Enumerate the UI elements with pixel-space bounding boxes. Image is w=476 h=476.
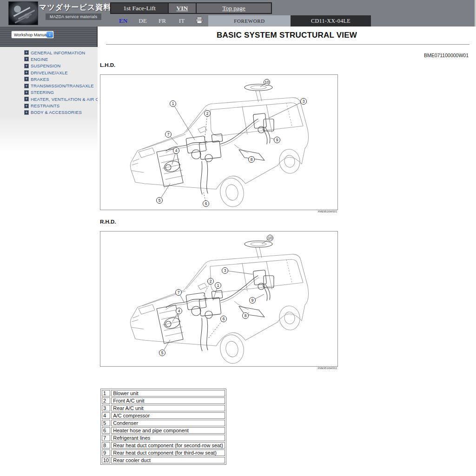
lhd-label: L.H.D. xyxy=(100,62,115,68)
svg-text:7: 7 xyxy=(178,290,180,295)
legend-row: 9Rear heat duct component (for third-row… xyxy=(102,450,225,456)
callout-2: 2 xyxy=(205,111,211,117)
sidebar-item[interactable]: +DRIVELINE/AXLE xyxy=(24,69,98,76)
svg-text:5: 5 xyxy=(161,350,164,355)
page-title: BASIC SYSTEM STRUCTURAL VIEW xyxy=(98,31,476,40)
sidebar-item[interactable]: +RESTRAINTS xyxy=(24,102,98,109)
nav-top-page-link[interactable]: Top page xyxy=(196,3,271,13)
sidebar-item[interactable]: +TRANSMISSION/TRANSAXLE xyxy=(24,82,98,89)
legend-desc: Rear heat duct component (for second-row… xyxy=(111,442,225,449)
legend-num: 1 xyxy=(102,390,110,397)
svg-text:8: 8 xyxy=(245,313,247,318)
printer-icon[interactable] xyxy=(195,17,204,24)
expand-plus-icon[interactable]: + xyxy=(24,110,29,115)
callout-4: 4 xyxy=(173,148,179,154)
sidebar-item[interactable]: +GENERAL INFORMATION xyxy=(24,49,98,56)
sidebar-item[interactable]: +ENGINE xyxy=(24,56,98,62)
svg-text:9: 9 xyxy=(251,298,254,303)
legend-desc: Condenser xyxy=(111,420,225,426)
rhd-caption: XME9516W002 xyxy=(100,367,337,370)
legend-desc: Rear A/C unit xyxy=(111,405,225,411)
rhd-label: R.H.D. xyxy=(100,219,116,225)
callout-7: 7 xyxy=(176,290,182,296)
svg-text:2: 2 xyxy=(210,279,212,284)
callout-7: 7 xyxy=(165,132,172,138)
legend-row: 5Condenser xyxy=(102,420,225,426)
expand-plus-icon[interactable]: + xyxy=(24,50,29,55)
svg-text:6: 6 xyxy=(205,201,207,206)
language-fr[interactable]: FR xyxy=(156,17,169,25)
sidebar-item-label: STEERING xyxy=(31,90,54,95)
sidebar-item[interactable]: +SUSPENSION xyxy=(24,63,98,69)
top-navbar: 1st Face-Lift VIN Top page xyxy=(110,2,272,14)
svg-text:3: 3 xyxy=(303,99,305,104)
brand-title-jp: マツダサービス資料 xyxy=(39,3,111,13)
language-en[interactable]: EN xyxy=(117,17,130,25)
sidebar-item[interactable]: +BODY & ACCESSORIES xyxy=(24,109,98,116)
legend-desc: Rear heat duct component (for third-row … xyxy=(111,450,225,456)
expand-plus-icon[interactable]: + xyxy=(24,77,29,81)
sidebar-item-label: BRAKES xyxy=(31,77,49,82)
legend-num: 8 xyxy=(102,442,110,449)
legend-num: 9 xyxy=(102,450,110,456)
logo-image xyxy=(8,1,38,25)
expand-plus-icon[interactable]: + xyxy=(24,64,29,68)
legend-row: 10Rear cooler duct xyxy=(102,457,225,463)
svg-text:7: 7 xyxy=(167,132,170,137)
language-list: ENDEFRIT xyxy=(117,15,195,26)
sidebar-item[interactable]: +STEERING xyxy=(24,89,98,96)
legend-desc: Heater hose and pipe component xyxy=(111,427,225,434)
main-content: BASIC SYSTEM STRUCTURAL VIEW BME07110000… xyxy=(98,26,476,476)
legend-num: 7 xyxy=(102,435,110,441)
sidebar-item[interactable]: +HEATER, VENTILATION & AIR CON xyxy=(24,96,98,102)
nav-vin-link[interactable]: VIN xyxy=(168,3,196,13)
sidebar-item-label: HEATER, VENTILATION & AIR CON xyxy=(31,97,98,102)
callout-6: 6 xyxy=(203,201,209,207)
legend-row: 2Front A/C unit xyxy=(102,397,225,404)
language-de[interactable]: DE xyxy=(136,17,149,25)
svg-text:6: 6 xyxy=(223,317,225,321)
language-it[interactable]: IT xyxy=(175,17,188,25)
svg-text:1: 1 xyxy=(217,283,219,288)
sidebar-item[interactable]: +BRAKES xyxy=(24,76,98,82)
lhd-caption: XME9516W001 xyxy=(100,210,337,213)
expand-plus-icon[interactable]: + xyxy=(24,104,29,108)
select-stepper-icon[interactable]: ▲▼ xyxy=(46,32,53,38)
svg-text:1: 1 xyxy=(172,101,174,106)
callout-8: 8 xyxy=(243,313,249,319)
page: マツダサービス資料 MAZDA service materials 1st Fa… xyxy=(0,0,476,476)
lhd-figure: 12345678910 xyxy=(100,74,338,210)
svg-text:8: 8 xyxy=(251,157,253,162)
callout-10: 10 xyxy=(267,235,273,241)
sidebar-nav: +GENERAL INFORMATION+ENGINE+SUSPENSION+D… xyxy=(0,49,98,116)
legend-table-body: 1Blower unit2Front A/C unit3Rear A/C uni… xyxy=(102,390,225,463)
callout-3: 3 xyxy=(222,268,228,274)
expand-plus-icon[interactable]: + xyxy=(24,57,29,61)
legend-row: 1Blower unit xyxy=(102,390,225,397)
callout-5: 5 xyxy=(159,350,165,356)
legend-num: 5 xyxy=(102,420,110,426)
expand-plus-icon[interactable]: + xyxy=(24,70,29,75)
manual-select-dropdown[interactable]: Workshop Manual ▲▼ xyxy=(11,31,54,39)
callout-9: 9 xyxy=(274,137,280,143)
callout-1: 1 xyxy=(170,101,176,107)
tab-doc-code[interactable]: CD11-XX-04LE xyxy=(291,15,371,26)
legend-num: 6 xyxy=(102,427,110,434)
legend-row: 3Rear A/C unit xyxy=(102,405,225,411)
manual-select-value: Workshop Manual xyxy=(14,33,47,37)
rhd-figure: 12345678910 xyxy=(100,231,338,367)
tab-foreword[interactable]: FOREWORD xyxy=(208,15,291,26)
expand-plus-icon[interactable]: + xyxy=(24,84,29,88)
svg-text:10: 10 xyxy=(268,236,272,240)
expand-plus-icon[interactable]: + xyxy=(24,90,29,95)
sidebar-item-label: BODY & ACCESSORIES xyxy=(31,110,82,115)
brand-subtitle: MAZDA service materials xyxy=(46,13,101,20)
legend-row: 7Refrigerant lines xyxy=(102,435,225,441)
legend-row: 8Rear heat duct component (for second-ro… xyxy=(102,442,225,449)
callout-3: 3 xyxy=(301,99,307,105)
nav-facelift[interactable]: 1st Face-Lift xyxy=(111,3,168,13)
legend-num: 10 xyxy=(102,457,110,463)
legend-num: 2 xyxy=(102,397,110,404)
expand-plus-icon[interactable]: + xyxy=(24,97,29,101)
svg-text:4: 4 xyxy=(178,309,180,313)
